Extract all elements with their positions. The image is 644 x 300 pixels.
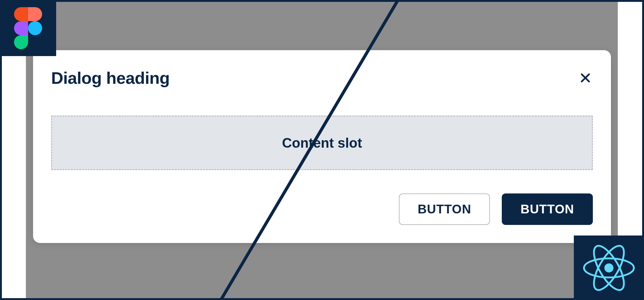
react-icon (582, 243, 636, 293)
close-button[interactable] (578, 70, 593, 85)
frame: Dialog heading Content slot BUTTON BUTTO… (0, 0, 644, 300)
dialog-heading: Dialog heading (51, 68, 170, 88)
dialog: Dialog heading Content slot BUTTON BUTTO… (33, 50, 611, 243)
dialog-footer: BUTTON BUTTON (51, 193, 593, 225)
dialog-header: Dialog heading (51, 68, 593, 88)
react-badge (574, 236, 644, 300)
secondary-button[interactable]: BUTTON (399, 193, 490, 225)
close-icon (579, 72, 592, 84)
content-slot-label: Content slot (282, 135, 362, 151)
content-slot: Content slot (51, 116, 593, 170)
svg-point-4 (604, 263, 613, 272)
figma-badge (0, 0, 56, 56)
primary-button[interactable]: BUTTON (502, 193, 593, 225)
figma-icon (14, 7, 42, 49)
svg-point-3 (28, 21, 42, 35)
